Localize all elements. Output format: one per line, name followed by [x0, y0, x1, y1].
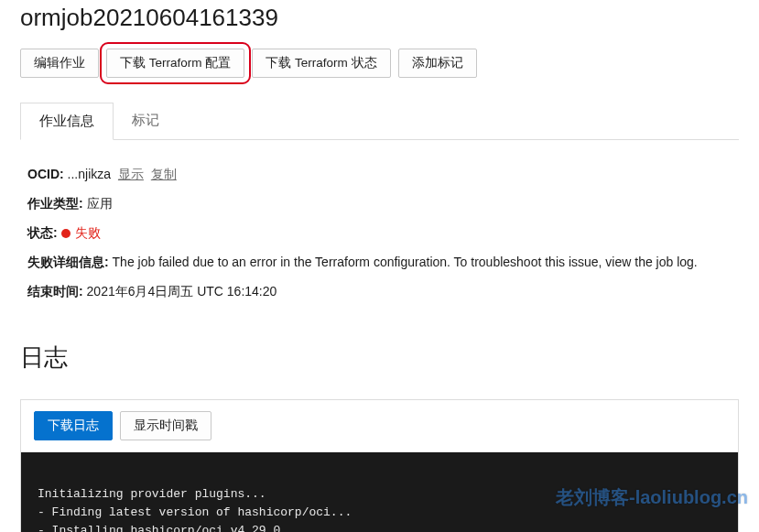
add-tag-button[interactable]: 添加标记 [398, 49, 477, 78]
tab-job-info[interactable]: 作业信息 [20, 103, 114, 140]
end-time-value: 2021年6月4日周五 UTC 16:14:20 [87, 284, 277, 299]
tab-tags[interactable]: 标记 [114, 103, 178, 140]
edit-job-button[interactable]: 编辑作业 [20, 49, 99, 78]
ocid-row: OCID: ...njikza 显示 复制 [27, 160, 732, 190]
fail-detail-label: 失败详细信息: [27, 255, 109, 269]
action-toolbar: 编辑作业 下载 Terraform 配置 下载 Terraform 状态 添加标… [20, 49, 739, 102]
show-timestamps-button[interactable]: 显示时间戳 [120, 411, 211, 440]
state-value: 失败 [75, 225, 101, 240]
download-terraform-state-button[interactable]: 下载 Terraform 状态 [252, 49, 390, 78]
job-type-value: 应用 [87, 196, 113, 211]
logs-section-title: 日志 [20, 332, 739, 392]
logs-card: 下载日志 显示时间戳 Initializing provider plugins… [20, 399, 739, 532]
download-terraform-config-button[interactable]: 下载 Terraform 配置 [106, 49, 244, 78]
end-time-label: 结束时间: [27, 284, 83, 299]
tab-bar: 作业信息 标记 [20, 102, 739, 140]
log-terminal: Initializing provider plugins... - Findi… [21, 452, 738, 532]
ocid-show-link[interactable]: 显示 [118, 167, 144, 181]
download-logs-button[interactable]: 下载日志 [34, 411, 113, 440]
state-row: 状态: 失败 [27, 219, 732, 248]
ocid-value: ...njikza [68, 167, 111, 181]
job-type-label: 作业类型: [27, 196, 83, 211]
ocid-copy-link[interactable]: 复制 [151, 167, 177, 181]
page-title: ormjob20210604161339 [20, 0, 739, 49]
fail-detail-value: The job failed due to an error in the Te… [113, 255, 698, 269]
job-type-row: 作业类型: 应用 [27, 190, 732, 219]
end-time-row: 结束时间: 2021年6月4日周五 UTC 16:14:20 [27, 277, 732, 307]
status-dot-icon [61, 229, 70, 238]
logs-toolbar: 下载日志 显示时间戳 [21, 400, 738, 452]
ocid-label: OCID: [27, 167, 64, 181]
job-info-panel: OCID: ...njikza 显示 复制 作业类型: 应用 状态: 失败 失败… [20, 140, 739, 332]
state-label: 状态: [27, 225, 58, 240]
fail-detail-row: 失败详细信息: The job failed due to an error i… [27, 248, 732, 277]
